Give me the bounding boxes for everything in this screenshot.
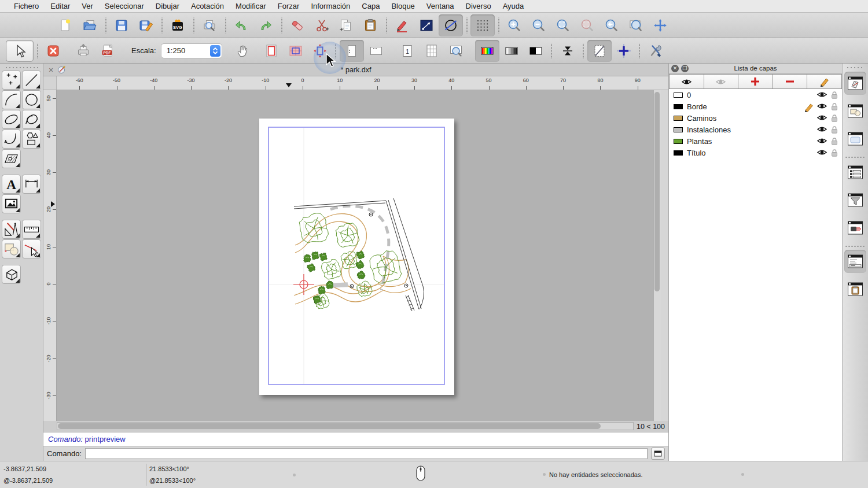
- pan-hand-button[interactable]: [230, 40, 255, 62]
- print-button[interactable]: [71, 40, 95, 62]
- layer-visibility-icon[interactable]: [816, 90, 828, 101]
- menu-ventana[interactable]: Ventana: [421, 0, 460, 13]
- draw-freehand-button[interactable]: [390, 14, 414, 36]
- paper-diagonal-button[interactable]: [587, 40, 612, 62]
- text-tool[interactable]: A: [2, 175, 21, 194]
- add-layer-button[interactable]: [738, 74, 773, 89]
- horizontal-scrollbar[interactable]: [57, 422, 634, 430]
- layer-lock-icon[interactable]: [830, 148, 839, 160]
- zoom-pan-button[interactable]: [648, 14, 672, 36]
- page-tiles-button[interactable]: [420, 40, 444, 62]
- grid-button[interactable]: [470, 14, 495, 36]
- landscape-button[interactable]: [364, 40, 388, 62]
- undo-button[interactable]: [229, 14, 253, 36]
- page-single-button[interactable]: 1: [395, 40, 420, 62]
- redo-button[interactable]: [253, 14, 278, 36]
- shape-tool[interactable]: [22, 130, 41, 149]
- scale-stepper-icon[interactable]: [210, 45, 220, 57]
- show-all-layers-button[interactable]: [704, 74, 739, 89]
- menu-informacion[interactable]: Información: [305, 0, 356, 13]
- circle-line-button[interactable]: [439, 14, 463, 36]
- layer-color-swatch[interactable]: [674, 127, 683, 132]
- ellipse-tool[interactable]: [2, 110, 21, 129]
- modify-tool[interactable]: [22, 239, 41, 258]
- menu-diverso[interactable]: Diverso: [460, 0, 497, 13]
- menu-capa[interactable]: Capa: [356, 0, 385, 13]
- print-area-button[interactable]: [284, 40, 308, 62]
- auto-fit-drawing-button[interactable]: [308, 40, 332, 62]
- crosshair-button[interactable]: [612, 40, 636, 62]
- layer-lock-icon[interactable]: [830, 125, 839, 136]
- vertical-center-button[interactable]: [556, 40, 580, 62]
- menu-seleccionar[interactable]: Seleccionar: [99, 0, 150, 13]
- line-arrow-button[interactable]: [414, 14, 439, 36]
- zoom-previous-button[interactable]: [599, 14, 624, 36]
- line-tool[interactable]: [22, 71, 41, 90]
- new-file-button[interactable]: [53, 14, 78, 36]
- menu-modificar[interactable]: Modificar: [230, 0, 272, 13]
- panel-float-icon[interactable]: ❐: [681, 65, 689, 72]
- layer-color-swatch[interactable]: [674, 104, 683, 109]
- box-3d-tool[interactable]: [2, 265, 21, 284]
- points-tool[interactable]: [2, 71, 21, 90]
- paper-borders-button[interactable]: [259, 40, 284, 62]
- show-layer-button[interactable]: [669, 74, 704, 89]
- open-file-button[interactable]: [78, 14, 102, 36]
- measure-tool[interactable]: [22, 220, 41, 239]
- circle-tool[interactable]: [22, 90, 41, 109]
- settings-tools-button[interactable]: [643, 40, 668, 62]
- layer-visibility-icon[interactable]: [816, 148, 828, 159]
- property-editor-panel-toggle[interactable]: [844, 161, 866, 184]
- clipboard-panel-toggle[interactable]: [844, 278, 866, 301]
- palette-drag-handle[interactable]: [5, 66, 38, 69]
- arc-tool[interactable]: [2, 90, 21, 109]
- command-options-button[interactable]: [651, 448, 665, 460]
- block-list-panel-toggle[interactable]: [844, 99, 866, 123]
- pen-toolbar-panel-toggle[interactable]: [844, 216, 866, 239]
- block-tool[interactable]: [2, 239, 21, 258]
- svg-export-button[interactable]: SVG: [165, 14, 190, 36]
- black-white-button[interactable]: [524, 40, 548, 62]
- layer-row-plantas[interactable]: Plantas: [669, 135, 842, 147]
- vertical-scrollbar[interactable]: [653, 90, 661, 421]
- layer-color-swatch[interactable]: [674, 93, 683, 98]
- grayscale-button[interactable]: [499, 40, 524, 62]
- vertical-scrollbar-thumb[interactable]: [654, 92, 660, 291]
- menu-ver[interactable]: Ver: [76, 0, 99, 13]
- pointer-button[interactable]: [6, 40, 34, 62]
- layer-visibility-icon[interactable]: [816, 125, 828, 136]
- save-button[interactable]: [109, 14, 134, 36]
- spline-tool[interactable]: [22, 110, 41, 129]
- command-input[interactable]: [85, 448, 648, 459]
- drawing-viewport[interactable]: [57, 90, 661, 421]
- polyline-tool[interactable]: [2, 130, 21, 149]
- library-browser-panel-toggle[interactable]: [844, 127, 866, 150]
- layer-lock-icon[interactable]: [830, 113, 839, 125]
- layer-color-swatch[interactable]: [674, 139, 683, 144]
- layer-lock-icon[interactable]: [830, 90, 839, 102]
- layer-color-swatch[interactable]: [674, 150, 683, 156]
- scale-select[interactable]: 1:250: [161, 43, 222, 58]
- layer-row-borde[interactable]: Borde: [669, 101, 842, 112]
- paste-button[interactable]: [358, 14, 382, 36]
- menu-bloque[interactable]: Bloque: [385, 0, 420, 13]
- layer-row-0[interactable]: 0: [669, 89, 842, 101]
- zoom-out-button[interactable]: [527, 14, 551, 36]
- layer-lock-icon[interactable]: [830, 102, 839, 113]
- layer-visibility-icon[interactable]: [816, 136, 828, 147]
- layer-lock-icon[interactable]: [830, 136, 839, 148]
- layer-visibility-icon[interactable]: [816, 102, 828, 113]
- copy-button[interactable]: [334, 14, 358, 36]
- zoom-in-button[interactable]: [502, 14, 527, 36]
- hatch-tool[interactable]: [2, 149, 21, 168]
- dimension-tool[interactable]: [22, 175, 41, 194]
- edit-layer-button[interactable]: [807, 74, 842, 89]
- save-as-button[interactable]: [134, 14, 158, 36]
- eraser-button[interactable]: [285, 14, 310, 36]
- layer-row-caminos[interactable]: Caminos: [669, 112, 842, 124]
- menu-ayuda[interactable]: Ayuda: [497, 0, 530, 13]
- layer-list-panel-toggle[interactable]: [844, 72, 866, 95]
- menu-fichero[interactable]: Fichero: [8, 0, 45, 13]
- zoom-auto-button[interactable]: [551, 14, 575, 36]
- menu-forzar[interactable]: Forzar: [272, 0, 306, 13]
